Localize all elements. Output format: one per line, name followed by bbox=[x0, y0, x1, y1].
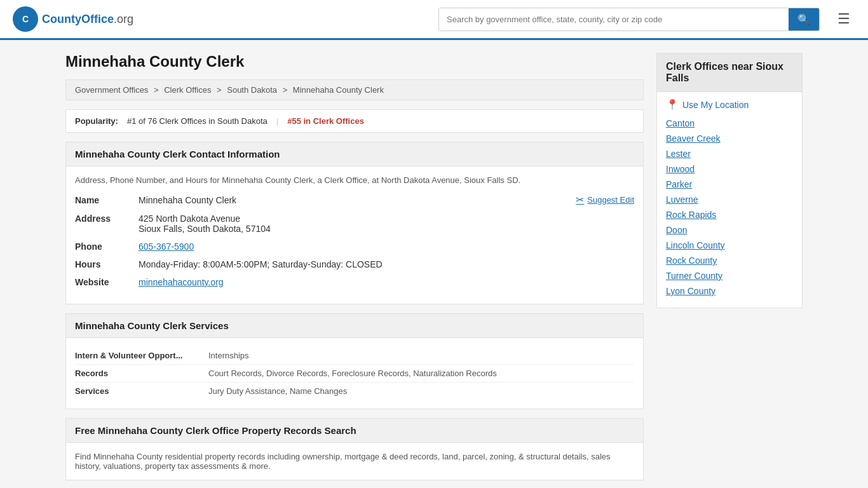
hours-label: Hours bbox=[75, 259, 139, 269]
list-item: Beaver Creek bbox=[666, 133, 793, 144]
services-section: Minnehaha County Clerk Services Intern &… bbox=[65, 313, 644, 409]
service-key-services: Services bbox=[75, 386, 208, 396]
sidebar-link-rock-rapids[interactable]: Rock Rapids bbox=[666, 210, 716, 220]
popularity-label: Popularity: bbox=[75, 116, 118, 126]
suggest-edit-label: Suggest Edit bbox=[587, 195, 634, 205]
address-line1: 425 North Dakota Avenue bbox=[139, 214, 634, 224]
sidebar-body: 📍 Use My Location Canton Beaver Creek Le… bbox=[657, 92, 802, 308]
property-section-header: Free Minnehaha County Clerk Office Prope… bbox=[66, 419, 643, 443]
list-item: Rock County bbox=[666, 255, 793, 266]
service-row-services: Services Jury Duty Assistance, Name Chan… bbox=[75, 383, 634, 400]
sidebar-link-inwood[interactable]: Inwood bbox=[666, 164, 695, 174]
address-line2: Sioux Falls, South Dakota, 57104 bbox=[139, 224, 634, 234]
contact-address-row: Address 425 North Dakota Avenue Sioux Fa… bbox=[75, 214, 634, 234]
property-description: Find Minnehaha County residential proper… bbox=[75, 452, 634, 471]
service-val-services: Jury Duty Assistance, Name Changes bbox=[208, 386, 634, 396]
services-section-header: Minnehaha County Clerk Services bbox=[66, 314, 643, 338]
list-item: Rock Rapids bbox=[666, 210, 793, 220]
sidebar-link-doon[interactable]: Doon bbox=[666, 225, 687, 235]
search-bar: 🔍 bbox=[438, 8, 820, 31]
sidebar-link-beaver-creek[interactable]: Beaver Creek bbox=[666, 133, 721, 144]
svg-text:C: C bbox=[22, 14, 29, 24]
breadcrumb-gov-offices[interactable]: Government Offices bbox=[75, 85, 148, 95]
service-key-records: Records bbox=[75, 369, 208, 378]
phone-label: Phone bbox=[75, 241, 139, 252]
contact-description: Address, Phone Number, and Hours for Min… bbox=[75, 175, 634, 185]
use-my-location-link[interactable]: 📍 Use My Location bbox=[666, 98, 793, 111]
sidebar: Clerk Offices near Sioux Falls 📍 Use My … bbox=[656, 53, 803, 488]
menu-button[interactable]: ☰ bbox=[832, 8, 855, 30]
popularity-rank2: #55 in Clerk Offices bbox=[287, 116, 364, 126]
address-value: 425 North Dakota Avenue Sioux Falls, Sou… bbox=[139, 214, 634, 234]
website-value: minnehahacounty.org bbox=[139, 277, 634, 287]
website-link[interactable]: minnehahacounty.org bbox=[139, 277, 224, 287]
sidebar-box: Clerk Offices near Sioux Falls 📍 Use My … bbox=[656, 53, 803, 308]
property-section-body: Find Minnehaha County residential proper… bbox=[66, 443, 643, 480]
list-item: Lyon County bbox=[666, 286, 793, 296]
contact-website-row: Website minnehahacounty.org bbox=[75, 277, 634, 287]
list-item: Doon bbox=[666, 225, 793, 235]
sidebar-link-canton[interactable]: Canton bbox=[666, 118, 695, 128]
service-key-intern: Intern & Volunteer Opport... bbox=[75, 351, 208, 360]
content-area: Minnehaha County Clerk Government Office… bbox=[65, 53, 644, 488]
search-button[interactable]: 🔍 bbox=[789, 8, 819, 30]
contact-name-row: Name Minnehaha County Clerk ✂ Suggest Ed… bbox=[75, 194, 634, 206]
name-label: Name bbox=[75, 195, 139, 205]
list-item: Parker bbox=[666, 179, 793, 189]
address-label: Address bbox=[75, 214, 139, 224]
popularity-rank1: #1 of 76 Clerk Offices in South Dakota bbox=[127, 116, 268, 126]
site-header: C CountyOffice.org 🔍 ☰ bbox=[0, 0, 868, 40]
logo-icon: C bbox=[13, 6, 38, 32]
main-container: Minnehaha County Clerk Government Office… bbox=[53, 40, 815, 488]
name-value: Minnehaha County Clerk bbox=[139, 195, 576, 205]
page-title: Minnehaha County Clerk bbox=[65, 53, 644, 71]
breadcrumb-south-dakota[interactable]: South Dakota bbox=[227, 85, 277, 95]
service-val-records: Court Records, Divorce Records, Foreclos… bbox=[208, 369, 634, 378]
services-section-body: Intern & Volunteer Opport... Internships… bbox=[66, 338, 643, 409]
contact-hours-row: Hours Monday-Friday: 8:00AM-5:00PM; Satu… bbox=[75, 259, 634, 269]
contact-section: Minnehaha County Clerk Contact Informati… bbox=[65, 142, 644, 304]
service-row-records: Records Court Records, Divorce Records, … bbox=[75, 365, 634, 383]
contact-section-body: Address, Phone Number, and Hours for Min… bbox=[66, 166, 643, 304]
breadcrumb-clerk-offices[interactable]: Clerk Offices bbox=[164, 85, 211, 95]
edit-icon: ✂ bbox=[576, 194, 584, 206]
list-item: Luverne bbox=[666, 194, 793, 205]
contact-phone-row: Phone 605-367-5900 bbox=[75, 241, 634, 252]
service-row-intern: Intern & Volunteer Opport... Internships bbox=[75, 347, 634, 365]
sidebar-link-lincoln-county[interactable]: Lincoln County bbox=[666, 240, 725, 250]
list-item: Inwood bbox=[666, 164, 793, 174]
list-item: Lincoln County bbox=[666, 240, 793, 250]
logo-text: CountyOffice.org bbox=[42, 13, 133, 26]
pin-icon: 📍 bbox=[666, 98, 679, 111]
hours-value: Monday-Friday: 8:00AM-5:00PM; Saturday-S… bbox=[139, 259, 634, 269]
phone-value: 605-367-5900 bbox=[139, 241, 634, 252]
use-my-location-label: Use My Location bbox=[682, 100, 749, 110]
property-section: Free Minnehaha County Clerk Office Prope… bbox=[65, 418, 644, 480]
service-val-intern: Internships bbox=[208, 351, 634, 360]
sidebar-link-lyon-county[interactable]: Lyon County bbox=[666, 286, 715, 296]
site-logo[interactable]: C CountyOffice.org bbox=[13, 6, 133, 32]
sidebar-link-luverne[interactable]: Luverne bbox=[666, 194, 698, 205]
sidebar-link-rock-county[interactable]: Rock County bbox=[666, 255, 717, 266]
sidebar-link-turner-county[interactable]: Turner County bbox=[666, 271, 722, 281]
breadcrumb: Government Offices > Clerk Offices > Sou… bbox=[65, 79, 644, 100]
services-table: Intern & Volunteer Opport... Internships… bbox=[75, 347, 634, 400]
list-item: Canton bbox=[666, 118, 793, 128]
contact-section-header: Minnehaha County Clerk Contact Informati… bbox=[66, 142, 643, 166]
sidebar-links: Canton Beaver Creek Lester Inwood Parker… bbox=[666, 118, 793, 296]
website-label: Website bbox=[75, 277, 139, 287]
sidebar-link-lester[interactable]: Lester bbox=[666, 149, 691, 159]
search-input[interactable] bbox=[439, 8, 789, 30]
phone-link[interactable]: 605-367-5900 bbox=[139, 241, 194, 252]
breadcrumb-current: Minnehaha County Clerk bbox=[293, 85, 384, 95]
suggest-edit-button[interactable]: ✂ Suggest Edit bbox=[576, 194, 634, 206]
list-item: Turner County bbox=[666, 271, 793, 281]
sidebar-title: Clerk Offices near Sioux Falls bbox=[657, 53, 802, 92]
sidebar-link-parker[interactable]: Parker bbox=[666, 179, 692, 189]
popularity-bar: Popularity: #1 of 76 Clerk Offices in So… bbox=[65, 109, 644, 133]
list-item: Lester bbox=[666, 149, 793, 159]
